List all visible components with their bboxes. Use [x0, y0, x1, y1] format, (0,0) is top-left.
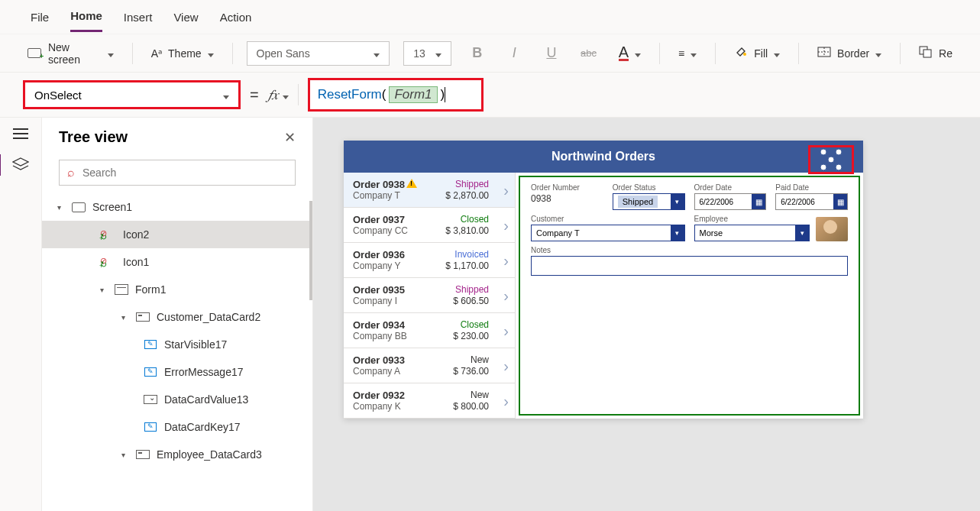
tree-node-customer-card[interactable]: ▾ Customer_DataCard2 [42, 303, 312, 331]
field-order-number: Order Number 0938 [531, 183, 603, 210]
chevron-down-icon: ▾ [671, 225, 684, 241]
menu-action[interactable]: Action [220, 3, 252, 31]
chevron-down-icon: ▾ [795, 225, 809, 241]
new-screen-button[interactable]: + New screen [23, 38, 118, 69]
customer-dropdown[interactable]: Company T▾ [531, 225, 685, 241]
field-label: Employee [694, 215, 810, 223]
order-amount: $ 800.00 [453, 401, 489, 412]
chevron-down-icon [108, 47, 114, 60]
order-status: New [471, 354, 489, 365]
separator [659, 43, 660, 64]
scrollbar-thumb[interactable] [309, 201, 312, 300]
new-screen-label: New screen [48, 41, 102, 66]
tree-node-form1[interactable]: ▾ Form1 [42, 276, 312, 303]
font-size-value: 13 [413, 47, 425, 60]
order-amount: $ 230.00 [453, 331, 489, 341]
datacard-icon [135, 448, 150, 461]
search-input[interactable] [82, 167, 287, 179]
notes-input[interactable] [531, 256, 848, 276]
menu-insert[interactable]: Insert [124, 3, 153, 31]
menu-home[interactable]: Home [70, 2, 102, 32]
tree-label: Icon2 [123, 228, 149, 241]
tree-node-icon2[interactable]: ⊘+↻ Icon2 [42, 221, 312, 248]
tree-label: DataCardValue13 [164, 393, 248, 406]
tree-view-rail-button[interactable] [12, 157, 29, 175]
hamburger-icon[interactable] [13, 128, 28, 139]
search-icon: ⌕ [67, 166, 75, 179]
chevron-right-icon: › [503, 392, 509, 409]
strikethrough-button[interactable]: abc [577, 41, 600, 66]
selected-cancel-icon[interactable] [808, 145, 854, 174]
field-employee: Employee Morse▾ [694, 215, 810, 241]
chevron-down-icon [208, 47, 214, 60]
fx-button[interactable]: 𝑓𝑥 [268, 87, 289, 103]
field-label: Notes [531, 246, 848, 254]
close-icon[interactable]: ✕ [284, 129, 296, 146]
tree-view-panel: Tree view ✕ ⌕ ▾ Screen1 ⊘+↻ Icon2 ⊘+↻ Ic… [42, 118, 313, 511]
reorder-button[interactable]: Re [914, 43, 957, 63]
expander-icon[interactable]: ▾ [121, 451, 129, 459]
expander-icon[interactable]: ▾ [121, 313, 129, 322]
list-item[interactable]: Order 0936Company YInvoiced$ 1,170.00› [344, 243, 515, 278]
list-item[interactable]: Order 0938Company TShipped$ 2,870.00› [344, 173, 515, 208]
svg-point-9 [836, 149, 842, 155]
tree-search-box[interactable]: ⌕ [59, 160, 296, 186]
border-button[interactable]: Border [813, 44, 886, 63]
list-item[interactable]: Order 0935Company IShipped$ 606.50› [344, 278, 515, 313]
calendar-icon: ▦ [752, 194, 765, 209]
font-size-select[interactable]: 13 [403, 41, 451, 66]
tree-node-icon1[interactable]: ⊘+↻ Icon1 [42, 248, 312, 276]
menu-file[interactable]: File [31, 3, 49, 31]
tree-node-starvisible[interactable]: StarVisible17 [42, 331, 312, 358]
fill-button[interactable]: Fill [729, 42, 784, 64]
separator [132, 43, 133, 64]
order-date-picker[interactable]: 6/22/2006▦ [694, 193, 767, 210]
status-dropdown[interactable]: Shipped▾ [613, 193, 685, 210]
employee-dropdown[interactable]: Morse▾ [694, 225, 810, 241]
paint-bucket-icon [734, 45, 748, 61]
list-item[interactable]: Order 0932Company KNew$ 800.00› [344, 383, 515, 419]
calendar-icon: ▦ [833, 194, 847, 209]
dropdown-icon [143, 393, 158, 406]
list-item[interactable]: Order 0934Company BBClosed$ 230.00› [344, 313, 515, 348]
font-color-button[interactable]: A [614, 42, 645, 64]
menu-view[interactable]: View [173, 3, 198, 31]
formula-input[interactable]: ResetForm(Form1) [308, 78, 484, 112]
italic-button[interactable]: I [503, 41, 526, 66]
tree-node-datacardkey[interactable]: DataCardKey17 [42, 413, 312, 441]
separator [715, 43, 716, 64]
align-button[interactable]: ≡ [674, 44, 701, 63]
field-label: Order Status [613, 183, 685, 192]
border-icon [817, 47, 831, 60]
field-label: Order Number [531, 183, 603, 192]
tree-node-employee-card[interactable]: ▾ Employee_DataCard3 [42, 441, 312, 468]
tree-label: Customer_DataCard2 [157, 311, 260, 323]
font-family-select[interactable]: Open Sans [247, 41, 390, 66]
border-label: Border [837, 47, 869, 60]
tree-node-errormessage[interactable]: ErrorMessage17 [42, 358, 312, 386]
property-dropdown[interactable]: OnSelect [23, 80, 241, 109]
svg-point-8 [820, 149, 826, 155]
underline-button[interactable]: U [540, 41, 564, 66]
list-item[interactable]: Order 0937Company CCClosed$ 3,810.00› [344, 208, 515, 243]
order-status: New [471, 390, 489, 400]
tree-label: Icon1 [123, 256, 149, 268]
bold-button[interactable]: B [465, 41, 489, 66]
theme-button[interactable]: Aᵃ Theme [147, 44, 218, 63]
tree-label: DataCardKey17 [164, 421, 241, 433]
datacard-icon [135, 311, 150, 323]
paid-date-picker[interactable]: 6/22/2006▦ [775, 193, 848, 210]
chevron-down-icon: ▾ [671, 194, 684, 209]
screen-icon [71, 201, 86, 213]
equals-sign: = [250, 86, 259, 104]
expander-icon[interactable]: ▾ [100, 286, 108, 294]
list-item[interactable]: Order 0933Company ANew$ 736.00› [344, 348, 515, 383]
tree-node-datacardvalue[interactable]: DataCardValue13 [42, 386, 312, 413]
field-employee-area: Employee Morse▾ [694, 215, 849, 241]
tree-node-screen1[interactable]: ▾ Screen1 [42, 193, 312, 221]
chevron-down-icon [435, 47, 441, 60]
chevron-down-icon [635, 47, 641, 60]
screen-icon: + [27, 47, 42, 60]
chevron-down-icon [774, 47, 780, 60]
expander-icon[interactable]: ▾ [57, 203, 65, 212]
